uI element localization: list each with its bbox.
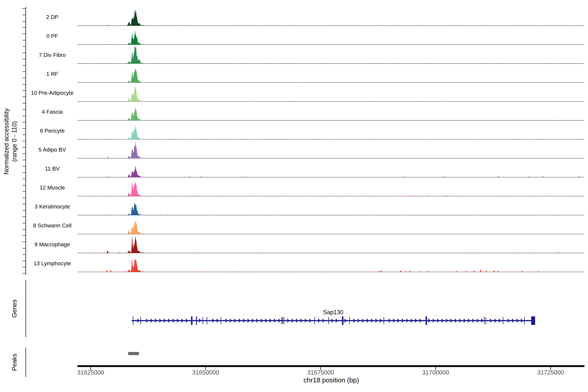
signal-area-9-macrophage <box>78 236 584 253</box>
signal-area-5-adipo-bv <box>78 141 584 158</box>
gene-exon <box>196 316 197 325</box>
y-axis-tick <box>23 40 26 40</box>
x-tick-label-31650000: 31650000 <box>192 369 219 376</box>
genes-section-label: Genes <box>11 300 18 318</box>
gene-exon <box>503 317 504 324</box>
x-tick-label-31625000: 31625000 <box>77 369 104 376</box>
signal-area-4-fascia <box>78 106 584 120</box>
gene-exon <box>426 316 427 325</box>
gene-name-label: Sap130 <box>323 309 343 316</box>
gene-exon <box>281 317 282 324</box>
signal-area-10-pre-adipocyte <box>78 85 584 102</box>
y-axis-label-line1: Normalized accessibility <box>3 108 10 174</box>
track-label-13-lymphocyte: 13 Lymphocyte <box>0 260 104 267</box>
x-axis-line <box>78 365 584 367</box>
gene-exon <box>206 317 207 324</box>
y-axis-tick <box>23 216 26 217</box>
track-label-2-dp: 2 DP <box>0 14 104 20</box>
y-axis-tick <box>23 210 26 211</box>
gene-exon <box>220 317 221 324</box>
y-axis-tick <box>23 191 26 192</box>
peaks-bracket-line <box>26 348 26 377</box>
y-axis-tick <box>23 172 26 173</box>
y-axis-tick <box>23 78 26 78</box>
signal-area-12-muscle <box>78 181 584 196</box>
peaks-section-label: Peaks <box>11 354 18 371</box>
gene-exon <box>133 316 134 325</box>
plot-canvas <box>0 0 588 392</box>
y-axis-label: Normalized accessibility (range 0 - 110) <box>2 108 18 174</box>
gene-exon <box>486 317 486 324</box>
track-label-1-rf: 1 RF <box>0 70 104 77</box>
y-axis-tick <box>23 65 26 66</box>
y-axis-tick <box>23 59 26 59</box>
gene-exon <box>384 317 384 324</box>
coverage-plot-figure: Normalized accessibility (range 0 - 110)… <box>0 0 588 392</box>
x-axis-title: chr18 position (bp) <box>304 376 359 384</box>
track-label-12-muscle: 12 Muscle <box>0 184 104 191</box>
x-tick-label-31700000: 31700000 <box>422 369 449 376</box>
track-label-7-div-fibro: 7 Div Fibro <box>0 52 104 58</box>
y-axis-tick <box>23 141 26 141</box>
peak-region-box <box>128 352 139 355</box>
signal-area-11-bv <box>78 166 584 177</box>
gene-exon <box>284 317 284 324</box>
y-axis-tick <box>23 198 26 198</box>
track-label-8-schwann-cell: 8 Schwann Cell <box>0 222 104 229</box>
gene-exon <box>342 316 344 325</box>
genes-bracket-line <box>26 280 26 337</box>
y-axis-tick <box>23 254 26 255</box>
signal-area-2-dp <box>78 10 584 26</box>
signal-area-1-rf <box>78 68 584 82</box>
gene-exon <box>140 317 141 324</box>
gene-exon <box>202 317 203 324</box>
signal-area-13-lymphocyte <box>78 259 584 272</box>
y-axis-tick <box>23 160 26 160</box>
track-label-9-macrophage: 9 Macrophage <box>0 241 104 248</box>
x-tick-label-31725000: 31725000 <box>537 369 564 376</box>
signal-area-7-div-fibro <box>78 47 584 64</box>
y-axis-tick <box>23 122 26 122</box>
track-label-0-pf: 0 PF <box>0 32 104 39</box>
gene-exon <box>314 317 315 324</box>
y-axis-tick <box>23 116 26 116</box>
y-axis-tick <box>23 27 26 28</box>
gene-exon <box>191 316 192 325</box>
y-axis-tick <box>23 8 26 9</box>
gene-exon <box>349 317 350 324</box>
track-label-11-bv: 11 BV <box>0 165 104 172</box>
gene-exon <box>484 317 484 324</box>
signal-area-8-schwann-cell <box>78 221 584 234</box>
track-label-5-adipo-bv: 5 Adipo BV <box>0 146 104 153</box>
y-axis-tick <box>23 21 26 22</box>
gene-exon <box>328 317 329 324</box>
y-axis-tick <box>23 179 26 179</box>
y-axis-tick <box>23 267 26 268</box>
y-axis-tick <box>23 153 26 154</box>
x-tick-label-31675000: 31675000 <box>307 369 334 376</box>
y-axis-tick <box>23 97 26 97</box>
y-axis-tick <box>23 273 26 274</box>
gene-exon <box>282 317 283 324</box>
y-axis-tick <box>23 248 26 248</box>
signal-area-6-pericyte <box>78 125 584 139</box>
track-label-10-pre-adipocyte: 10 Pre-Adipocyte <box>0 89 104 96</box>
y-axis-tick <box>23 84 26 84</box>
y-axis-tick <box>23 103 26 104</box>
y-axis-tick <box>23 46 26 47</box>
gene-exon-block <box>531 316 535 325</box>
y-axis-tick <box>23 235 26 236</box>
signal-area-0-pf <box>78 30 584 44</box>
track-label-4-fascia: 4 Fascia <box>0 108 104 115</box>
y-axis-tick <box>23 229 26 230</box>
y-axis-line <box>26 7 26 275</box>
y-axis-tick <box>23 134 26 135</box>
signal-area-3-keratinocyte <box>78 203 584 215</box>
track-label-6-pericyte: 6 Pericyte <box>0 127 104 134</box>
gene-exon <box>524 317 525 324</box>
track-label-3-keratinocyte: 3 Keratinocyte <box>0 203 104 210</box>
